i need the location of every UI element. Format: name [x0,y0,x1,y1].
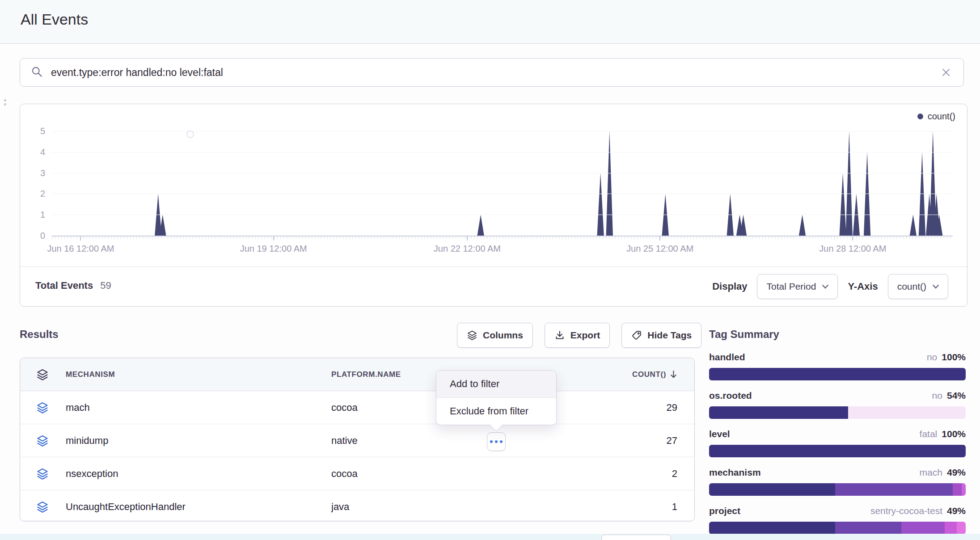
chart-spike [597,173,604,236]
stack-layers-icon [36,368,49,381]
tag-top-value: no54% [932,390,966,402]
ellipsis-icon [490,440,493,443]
tag-bar-segment[interactable] [945,522,957,534]
gridline [52,152,953,152]
columns-button[interactable]: Columns [457,323,533,348]
x-axis-tick [467,236,468,240]
chart-spike [910,215,917,236]
chart-svg [52,126,953,236]
cell-mechanism: nsexception [66,468,118,480]
table-body: machcocoa29minidumpnative27nsexceptionco… [20,391,694,521]
results-table: MECHANISM PLATFORM.NAME COUNT() machcoco… [20,358,695,521]
gridline [52,173,953,173]
x-axis-minor-ticks [52,236,953,239]
page-header: All Events [0,0,980,44]
tag-summary-title: Tag Summary [709,328,779,341]
tag-top-value: mach49% [920,467,966,479]
search-icon [31,66,43,80]
tag-bar-segment[interactable] [953,483,962,496]
cell-count: 2 [672,468,677,480]
drag-handle-icon [4,99,6,105]
yaxis-value: count() [897,281,926,292]
tag-bar-segment[interactable] [957,522,966,534]
tag-name: level [709,428,730,440]
tag-name: handled [709,351,745,363]
x-axis-tick [80,236,81,240]
tag-bar-segment[interactable] [709,368,966,380]
export-button[interactable]: Export [545,323,610,348]
page-title: All Events [21,11,88,28]
cell-mechanism: minidump [66,435,108,447]
table-row[interactable]: UncaughtExceptionHandlerjava1 [20,490,694,521]
gridline [52,194,953,194]
tag-name: project [709,505,740,517]
y-axis-label: 5 [23,126,45,136]
hide-tags-button-label: Hide Tags [647,330,692,341]
layers-icon [467,330,477,341]
tag-bar-segment[interactable] [835,522,901,534]
chart-spike [840,173,846,236]
table-row[interactable]: machcocoa29 [20,391,694,424]
display-label: Display [712,281,747,292]
stack-layers-icon [36,401,49,414]
results-heading: Results [20,328,59,341]
chart-spike [606,131,613,236]
x-axis-label: Jun 22 12:00 AM [418,244,516,254]
tag-top-value: fatal100% [920,428,966,441]
tag-bar-segment[interactable] [709,406,848,419]
cell-count: 1 [672,501,677,513]
column-header-count[interactable]: COUNT() [632,370,677,379]
yaxis-select[interactable]: count() [888,274,948,299]
tag-bar-segment[interactable] [709,522,835,534]
tag-top-value: no100% [927,351,966,364]
cell-actions-button[interactable] [487,432,506,451]
tag-summary-item: os.rootedno54% [709,390,966,419]
chart-panel: count() 012345Jun 16 12:00 AMJun 19 12:0… [20,104,967,307]
y-axis-label: 2 [23,188,45,199]
cell-mechanism: UncaughtExceptionHandler [66,501,186,513]
column-header-mechanism[interactable]: MECHANISM [66,370,115,379]
yaxis-label: Y-Axis [848,281,878,292]
y-axis-label: 0 [23,230,45,241]
tag-bar-segment[interactable] [709,445,966,457]
tag-bar-segment[interactable] [848,406,966,419]
cell-count: 27 [667,435,677,447]
cell-platform: java [331,501,349,513]
pagination-button-partial[interactable] [601,535,671,540]
display-select[interactable]: Total Period [757,274,838,299]
tag-name: os.rooted [709,390,752,401]
cell-platform: cocoa [331,402,358,413]
x-axis-label: Jun 28 12:00 AM [803,244,902,254]
tag-bar-segment[interactable] [835,483,953,496]
y-axis-label: 1 [23,209,45,220]
table-row[interactable]: minidumpnative27 [20,424,694,457]
tag-distribution-bar [709,368,966,380]
menu-item-add-to-filter[interactable]: Add to filter [436,371,556,398]
table-row[interactable]: nsexceptioncocoa2 [20,457,694,490]
export-button-label: Export [570,330,600,341]
tag-icon [631,330,642,341]
y-axis-label: 3 [23,168,45,178]
tag-distribution-bar [709,522,966,534]
tag-bar-segment[interactable] [901,522,944,534]
tag-bar-segment[interactable] [962,483,966,496]
tag-summary-item: levelfatal100% [709,428,966,457]
count-header-label: COUNT() [632,370,666,379]
hide-tags-button[interactable]: Hide Tags [621,323,701,348]
column-header-platform[interactable]: PLATFORM.NAME [331,370,401,379]
bottom-strip [0,534,980,540]
x-axis-label: Jun 25 12:00 AM [611,244,709,254]
search-input[interactable] [50,66,939,79]
columns-button-label: Columns [483,330,523,341]
download-icon [554,330,565,341]
sort-arrow-down-icon [670,370,677,379]
all-events-page: All Events count() 012345Jun 16 12:00 AM… [0,0,980,540]
x-axis-label: Jun 19 12:00 AM [224,244,323,254]
tag-bar-segment[interactable] [709,483,835,496]
tag-name: mechanism [709,467,761,478]
clear-search-icon[interactable] [939,66,953,79]
stack-layers-icon [36,435,49,447]
tag-distribution-bar [709,483,966,496]
cell-mechanism: mach [66,402,90,413]
x-axis-label: Jun 16 12:00 AM [31,244,130,254]
